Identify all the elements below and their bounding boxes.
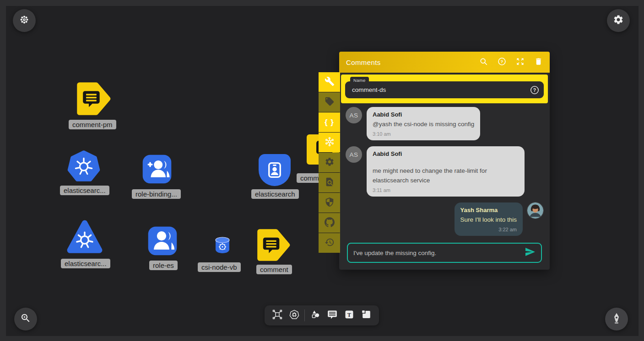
message-text: @yash the csi-node is missing config <box>373 120 474 129</box>
expand-icon[interactable] <box>516 57 525 68</box>
node-elasticsearch-heptagon[interactable] <box>67 149 100 182</box>
kubernetes-triangle-icon <box>66 248 103 256</box>
message-author: Aabid Sofi <box>373 150 519 157</box>
hub-icon <box>325 137 335 149</box>
message-author: Yash Sharma <box>460 207 517 213</box>
kanvas-flower-icon <box>19 15 29 27</box>
message-time: 3:11 am <box>373 187 519 193</box>
settings-button[interactable] <box>607 9 630 32</box>
messages-list[interactable]: AS Aabid Sofi @yash the csi-node is miss… <box>339 105 550 240</box>
kubernetes-icon <box>289 309 300 322</box>
service-account-icon <box>259 154 291 186</box>
message-text: Sure I'll look into this <box>460 215 517 224</box>
message-bubble: Aabid Sofi @yash the csi-node is missing… <box>367 107 480 140</box>
gear-icon <box>325 157 335 169</box>
hub-button[interactable] <box>319 133 340 152</box>
github-icon <box>325 217 335 229</box>
github-button[interactable] <box>319 213 340 233</box>
node-label[interactable]: role-binding... <box>132 189 181 199</box>
comment-icon <box>327 309 338 322</box>
name-input[interactable] <box>345 81 544 98</box>
node-label[interactable]: comment <box>256 265 292 274</box>
schematic-icon <box>272 309 283 322</box>
zoom-button[interactable] <box>14 308 37 330</box>
kubernetes-tool-button[interactable] <box>287 309 301 322</box>
comment-input[interactable] <box>353 250 525 256</box>
storage-cylinder-icon <box>213 248 232 256</box>
role-binding-icon <box>141 178 173 186</box>
svg-text:?: ? <box>533 88 536 93</box>
shapes-toolbar: T <box>265 305 379 325</box>
comment-flag-icon <box>256 256 290 263</box>
comments-panel-header[interactable]: Comments ? <box>339 52 550 73</box>
shield-icon <box>325 197 335 209</box>
node-elasticsearch[interactable] <box>259 154 291 186</box>
trash-icon[interactable] <box>534 57 543 68</box>
role-icon <box>147 250 178 258</box>
avatar-initials: AS <box>346 146 362 163</box>
zoom-in-icon <box>20 313 31 325</box>
schematic-tool-button[interactable] <box>271 309 284 322</box>
avatar-photo <box>527 202 543 218</box>
node-label[interactable]: elasticsearch <box>251 189 299 199</box>
avatar-initials: AS <box>346 107 362 123</box>
configure-button[interactable] <box>319 72 340 92</box>
node-role-binding[interactable] <box>141 154 173 185</box>
panel-title: Comments <box>346 59 381 66</box>
svg-text:?: ? <box>501 59 503 64</box>
message-text: me might need to change the rate-limit f… <box>373 166 519 185</box>
message-time: 3:10 am <box>373 131 474 137</box>
node-csi-node-vb[interactable] <box>213 236 232 254</box>
node-label[interactable]: elasticsearc... <box>61 259 110 268</box>
text-tool-button[interactable]: T <box>342 309 356 322</box>
note-icon <box>361 309 372 322</box>
message-bubble: Yash Sharma Sure I'll look into this 3:2… <box>455 202 523 236</box>
gear-icon <box>613 14 624 27</box>
text-icon: T <box>344 309 355 322</box>
wrench-icon <box>325 76 335 88</box>
svg-text:T: T <box>347 312 352 318</box>
search-icon[interactable] <box>479 57 488 68</box>
settings-button[interactable] <box>319 153 340 172</box>
kanvas-app: { "floating": { "top_left_icon": "kanvas… <box>0 0 644 341</box>
inspect-button[interactable] <box>319 173 340 192</box>
node-role-es[interactable] <box>147 225 178 256</box>
tag-icon <box>325 96 335 108</box>
node-comment[interactable] <box>256 228 290 262</box>
pen-tool-button[interactable] <box>605 308 628 330</box>
message: AS Aabid Sofi @yash the csi-node is miss… <box>346 107 543 140</box>
pen-nib-icon <box>611 312 622 326</box>
history-button[interactable] <box>319 233 340 253</box>
tag-button[interactable] <box>319 92 340 112</box>
note-tool-button[interactable] <box>359 309 373 322</box>
message-bubble: Aabid Sofi me might need to change the r… <box>367 146 525 197</box>
comment-tool-button[interactable] <box>325 309 339 322</box>
kanvas-menu-button[interactable] <box>13 9 36 32</box>
name-field-block: Name ? <box>341 75 548 103</box>
send-icon[interactable] <box>525 246 536 259</box>
kubernetes-icon <box>67 176 100 184</box>
message-author: Aabid Sofi <box>373 111 474 118</box>
comments-panel: Comments ? Name ? AS Aabid Sofi @yash th… <box>339 52 550 270</box>
comment-flag-icon <box>76 110 111 117</box>
help-icon[interactable]: ? <box>498 57 506 68</box>
message-time: 3:22 am <box>460 227 517 232</box>
node-label[interactable]: csi-node-vb <box>198 262 241 272</box>
shapes-tool-button[interactable] <box>308 309 322 322</box>
name-field-label: Name <box>350 77 369 84</box>
security-button[interactable] <box>319 193 340 213</box>
shapes-icon <box>310 309 321 322</box>
node-label[interactable]: comment-pm <box>69 120 116 129</box>
node-context-toolbar: { } <box>319 72 340 253</box>
comment-composer <box>347 243 542 263</box>
message: AS Aabid Sofi me might need to change th… <box>346 146 543 197</box>
node-label[interactable]: elasticsearc... <box>60 186 109 195</box>
node-elasticsearch-triangle[interactable] <box>66 218 103 254</box>
history-icon <box>325 237 335 249</box>
field-help-icon[interactable]: ? <box>530 85 539 95</box>
json-config-button[interactable]: { } <box>319 112 340 132</box>
doc-search-icon <box>325 177 335 189</box>
node-label[interactable]: role-es <box>149 261 178 270</box>
toolbar-divider <box>304 309 305 321</box>
node-comment-pm[interactable] <box>76 81 111 116</box>
